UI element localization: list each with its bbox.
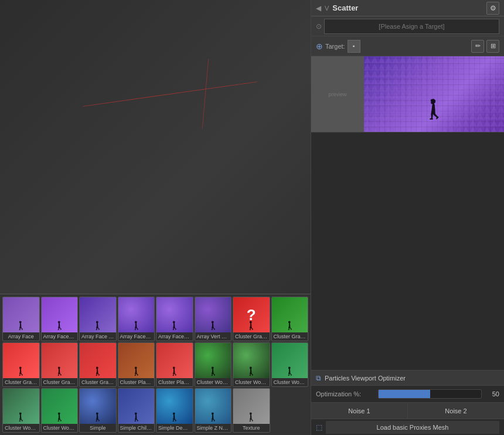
noise-row: Noise 1 Noise 2 <box>311 402 504 419</box>
preview-figure: 🚶 <box>423 98 446 120</box>
assign-target-bar: ⊙ [Please Asign a Target] <box>311 16 504 36</box>
preview-svg <box>364 56 504 132</box>
optimization-row: Optimization %: 50 <box>311 386 504 402</box>
collapse-icon: ◀ <box>316 4 321 12</box>
assign-placeholder: [Please Asign a Target] <box>379 23 444 30</box>
grid-label: Cluster Wood D.. <box>233 378 270 386</box>
grid-label: Array Vert Z No.. <box>195 332 231 341</box>
optimization-value: 50 <box>485 390 499 397</box>
scatter-presets-grid: 🚶 Array Face 🚶 Array Face Band 🚶 Array F… <box>0 294 311 435</box>
optimization-fill <box>379 390 430 398</box>
grid-label: Array Face <box>3 332 39 341</box>
grid-item-simple[interactable]: 🚶 Simple <box>79 388 117 433</box>
settings-button[interactable]: ⚙ <box>486 2 499 15</box>
optimization-label: Optimization %: <box>316 390 374 397</box>
grid-item-cluster-grass-a[interactable]: ? 🚶 Cluster Grass A.. <box>233 297 270 341</box>
noise1-button[interactable]: Noise 1 <box>311 403 408 419</box>
noise2-button[interactable]: Noise 2 <box>408 403 504 419</box>
grid-label: Cluster Grass L <box>272 332 308 341</box>
grid-label: Cluster Plant M <box>118 378 155 386</box>
grid-item-cluster-wood-l[interactable]: 🚶 Cluster Wood L .. <box>271 342 309 387</box>
grid-label: Simple Z Normal <box>195 424 231 432</box>
target-bar: ⊕ Target: ▪ ✏ ⊞ <box>311 36 504 56</box>
grid-label: Simple Children <box>118 424 155 432</box>
optimizer-title: Particles Viewport Optimizer <box>325 375 406 382</box>
scatter-content <box>311 132 504 370</box>
pencil-button[interactable]: ✏ <box>471 40 484 53</box>
grid-item-simple-children[interactable]: 🚶 Simple Children <box>118 388 155 433</box>
grid-item-array-face-z-n1[interactable]: 🚶 Array Face Z N.. <box>118 297 155 341</box>
grid-label: Cluster Wood L .. <box>272 378 308 386</box>
grid-item-cluster-wood-d[interactable]: 🚶 Cluster Wood D.. <box>233 342 270 387</box>
grid-item-simple-z-normal[interactable]: 🚶 Simple Z Normal <box>195 388 232 433</box>
grid-item-array-face-band[interactable]: 🚶 Array Face Band <box>41 297 79 341</box>
grid-label: Cluster Grass S <box>42 378 78 386</box>
svg-rect-1 <box>364 56 504 132</box>
red-line-vertical <box>202 59 209 129</box>
grid-label: Simple Dense <box>156 424 193 432</box>
grid-item-cluster-grass-m[interactable]: 🚶 Cluster Grass M <box>2 342 40 387</box>
grid-item-array-face-z-n2[interactable]: 🚶 Array Face Z N.. <box>156 297 193 341</box>
optimizer-icon: ⧉ <box>316 374 321 382</box>
grid-item-cluster-grass-s[interactable]: 🚶 Cluster Grass S <box>41 342 79 387</box>
preview-area: preview 🚶 <box>311 56 504 132</box>
viewport-panel: 🚶 Array Face 🚶 Array Face Band 🚶 Array F… <box>0 0 311 435</box>
grid-label: Cluster Wood M <box>3 424 39 432</box>
red-line-horizontal <box>83 81 257 107</box>
grid-item-cluster-wood-m[interactable]: 🚶 Cluster Wood M <box>2 388 40 433</box>
v-label: V <box>325 5 329 12</box>
grid-item-array-face[interactable]: 🚶 Array Face <box>2 297 40 341</box>
grid-label: Array Face Z N.. <box>156 332 193 341</box>
bottom-controls: ⧉ Particles Viewport Optimizer Optimizat… <box>311 370 504 435</box>
grid-item-cluster-wood-z[interactable]: 🚶 Cluster Wood Z .. <box>41 388 79 433</box>
assign-target-input[interactable]: [Please Asign a Target] <box>324 19 499 34</box>
grid-label: Cluster Plant S <box>156 378 193 386</box>
grid-item-cluster-plant-m[interactable]: 🚶 Cluster Plant M <box>118 342 155 387</box>
header-bar: ◀ V Scatter ⚙ <box>311 0 504 16</box>
grid-item-array-face-text[interactable]: 🚶 Array Face Text.. <box>79 297 117 341</box>
grid-item-cluster-grass-z[interactable]: 🚶 Cluster Grass Z .. <box>79 342 117 387</box>
load-basic-button[interactable]: Load basic Proxies Mesh <box>326 421 499 434</box>
grid-label: Cluster Grass A.. <box>233 332 270 341</box>
target-icon: ⊕ <box>316 42 323 51</box>
optimization-bar[interactable] <box>378 389 482 399</box>
settings-icon: ⚙ <box>490 4 496 12</box>
grid-label: Simple <box>80 424 116 432</box>
target-label: Target: <box>325 43 345 50</box>
grid-item-cluster-grass-l[interactable]: 🚶 Cluster Grass L <box>271 297 309 341</box>
preview-right-panel: 🚶 <box>364 56 504 132</box>
grid-button[interactable]: ⊞ <box>486 40 499 53</box>
grid-icon: ⊞ <box>491 42 496 50</box>
grid-label: Cluster Grass Z .. <box>80 378 116 386</box>
grid-item-array-vert-z-no[interactable]: 🚶 Array Vert Z No.. <box>195 297 232 341</box>
load-basic-row: ⬚ Load basic Proxies Mesh <box>311 419 504 435</box>
grid-label: Array Face Band <box>42 332 78 341</box>
grid-item-texture[interactable]: 🚶 Texture <box>233 388 270 433</box>
grid-item-cluster-wood-c[interactable]: 🚶 Cluster Wood C.. <box>195 342 232 387</box>
load-icon: ⬚ <box>316 423 322 431</box>
expand-icon: ⊙ <box>316 22 322 30</box>
preview-left-panel: preview <box>311 56 364 132</box>
grid-label: Texture <box>233 424 270 432</box>
grid-label: Cluster Wood C.. <box>195 378 231 386</box>
grid-label: Array Face Text.. <box>80 332 116 341</box>
grid-label: Cluster Grass M <box>3 378 39 386</box>
right-panel: ◀ V Scatter ⚙ ⊙ [Please Asign a Target] … <box>311 0 504 435</box>
grid-item-simple-dense[interactable]: 🚶 Simple Dense <box>156 388 193 433</box>
grid-item-cluster-plant-s[interactable]: 🚶 Cluster Plant S <box>156 342 193 387</box>
pencil-icon: ✏ <box>475 42 481 50</box>
app-title: Scatter <box>332 4 358 12</box>
grid-label: Cluster Wood Z .. <box>42 424 78 432</box>
target-mesh-btn[interactable]: ▪ <box>348 40 360 53</box>
optimizer-header: ⧉ Particles Viewport Optimizer <box>311 371 504 386</box>
grid-label: Array Face Z N.. <box>118 332 155 341</box>
